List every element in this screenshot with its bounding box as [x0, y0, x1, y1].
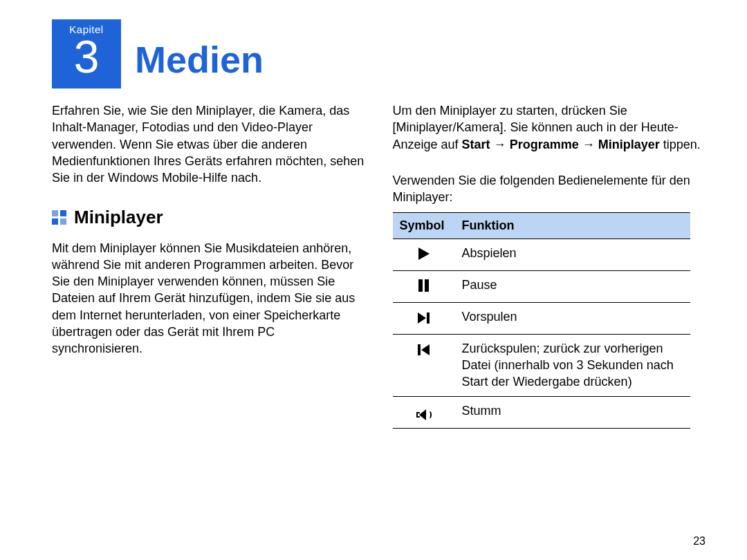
left-column: Erfahren Sie, wie Sie den Miniplayer, di… — [52, 102, 365, 429]
controls-table: Symbol Funktion Abspielen Pause — [393, 212, 690, 428]
mute-icon — [393, 396, 455, 428]
chapter-title: Medien — [135, 38, 264, 81]
table-header-row: Symbol Funktion — [393, 213, 690, 239]
miniplayer-bold: Miniplayer — [598, 138, 660, 151]
section-bullet-icon — [52, 210, 67, 225]
header-funktion: Funktion — [455, 213, 690, 239]
section-heading: Miniplayer — [52, 205, 365, 230]
table-row: Stumm — [393, 396, 690, 428]
arrow-icon: → — [494, 138, 506, 151]
programme-bold: Programme — [510, 138, 579, 151]
table-row: Abspielen — [393, 239, 690, 270]
forward-label: Vorspulen — [455, 302, 690, 334]
use-controls-text: Verwenden Sie die folgenden Bedienelemen… — [393, 172, 706, 206]
content-columns: Erfahren Sie, wie Sie den Miniplayer, di… — [52, 102, 706, 429]
table-row: Zurückspulen; zurück zur vorherigen Date… — [393, 334, 690, 396]
forward-icon — [393, 302, 455, 334]
table-row: Pause — [393, 270, 690, 302]
miniplayer-description: Mit dem Miniplayer können Sie Musikdatei… — [52, 240, 365, 357]
right-column: Um den Miniplayer zu starten, drücken Si… — [393, 102, 706, 429]
intro-paragraph: Erfahren Sie, wie Sie den Miniplayer, di… — [52, 102, 365, 186]
arrow-icon: → — [582, 138, 595, 151]
start-instructions: Um den Miniplayer zu starten, drücken Si… — [393, 102, 706, 153]
pause-icon — [393, 270, 455, 302]
chapter-number: 3 — [52, 34, 121, 80]
chapter-badge: Kapitel 3 — [52, 19, 121, 88]
table-row: Vorspulen — [393, 302, 690, 334]
manual-page: Kapitel 3 Medien Erfahren Sie, wie Sie d… — [0, 0, 747, 560]
pause-label: Pause — [455, 270, 690, 302]
tippen-text: tippen. — [660, 138, 701, 151]
mute-label: Stumm — [455, 396, 690, 428]
play-label: Abspielen — [455, 239, 690, 270]
rewind-icon — [393, 334, 455, 396]
start-bold: Start — [462, 138, 490, 151]
page-number: 23 — [693, 535, 706, 548]
header-symbol: Symbol — [393, 213, 455, 239]
section-title: Miniplayer — [74, 205, 163, 230]
play-icon — [393, 239, 455, 270]
rewind-label: Zurückspulen; zurück zur vorherigen Date… — [455, 334, 690, 396]
